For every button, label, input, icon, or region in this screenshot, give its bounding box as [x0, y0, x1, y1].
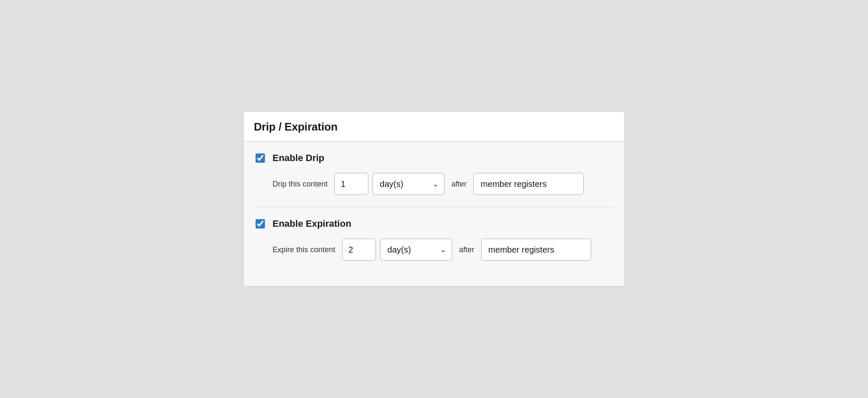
expiration-period-wrapper: hour(s) day(s) week(s) month(s) ⌄: [380, 239, 452, 261]
drip-expiration-panel: Drip / Expiration Enable Drip Drip this …: [243, 111, 625, 287]
panel-header: Drip / Expiration: [244, 112, 624, 142]
drip-section-header: Enable Drip: [254, 152, 614, 164]
expiration-event-select[interactable]: member registers specific date fixed dat…: [481, 239, 591, 261]
enable-expiration-checkbox-wrapper[interactable]: [254, 217, 267, 230]
expiration-fields-row: Expire this content hour(s) day(s) week(…: [254, 239, 614, 261]
drip-fields-row: Drip this content hour(s) day(s) week(s)…: [254, 173, 614, 195]
panel-body: Enable Drip Drip this content hour(s) da…: [244, 142, 624, 286]
panel-title: Drip / Expiration: [254, 120, 614, 134]
expiration-section: Enable Expiration Expire this content ho…: [254, 217, 614, 261]
enable-drip-checkbox[interactable]: [256, 153, 265, 163]
expiration-after-label: after: [459, 245, 474, 254]
enable-expiration-label: Enable Expiration: [273, 218, 351, 229]
drip-row-label: Drip this content: [273, 180, 328, 189]
enable-expiration-checkbox[interactable]: [256, 219, 265, 228]
drip-number-input[interactable]: [334, 173, 368, 195]
expiration-section-header: Enable Expiration: [254, 217, 614, 230]
expiration-row-label: Expire this content: [273, 245, 335, 254]
drip-period-select[interactable]: hour(s) day(s) week(s) month(s): [373, 173, 445, 195]
enable-drip-checkbox-wrapper[interactable]: [254, 152, 267, 164]
expiration-number-input[interactable]: [342, 239, 376, 261]
drip-after-label: after: [451, 180, 467, 189]
drip-event-select[interactable]: member registers specific date fixed dat…: [473, 173, 584, 195]
enable-drip-label: Enable Drip: [273, 153, 324, 164]
drip-section: Enable Drip Drip this content hour(s) da…: [254, 152, 614, 195]
section-divider: [254, 207, 614, 207]
drip-period-wrapper: hour(s) day(s) week(s) month(s) ⌄: [373, 173, 445, 195]
expiration-period-select[interactable]: hour(s) day(s) week(s) month(s): [380, 239, 452, 261]
